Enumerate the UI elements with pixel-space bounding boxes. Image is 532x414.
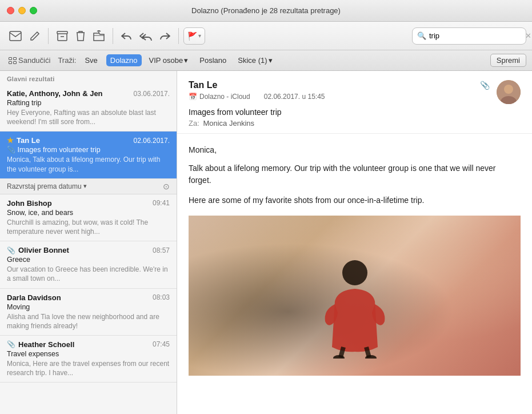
attachment-icon: 📎 xyxy=(7,340,15,348)
filter-skice[interactable]: Skice (1) ▾ xyxy=(235,54,275,66)
filter-bar: Sandučići Traži: Sve Dolazno VIP osobe ▾… xyxy=(0,50,532,71)
star-icon: ★ xyxy=(7,136,14,145)
email-sender: Katie, Anthony, John & Jen xyxy=(7,89,103,98)
email-inline-image xyxy=(189,216,521,376)
mailboxes-label: Sandučići xyxy=(18,56,50,65)
avatar xyxy=(497,80,521,104)
svg-rect-7 xyxy=(14,61,17,63)
archive-icon xyxy=(57,31,68,41)
thread-icon[interactable]: ⊙ xyxy=(163,182,170,191)
email-item-header: John Bishop 09:41 xyxy=(7,199,170,208)
new-message-icon xyxy=(9,31,22,41)
sort-label[interactable]: Razvrstaj prema datumu ▾ xyxy=(7,182,87,190)
move-icon xyxy=(93,30,105,42)
email-subject: Travel expenses xyxy=(7,350,170,358)
compose-icon xyxy=(30,31,40,41)
filter-dolazno[interactable]: Dolazno xyxy=(106,54,142,66)
sort-bar: Razvrstaj prema datumu ▾ ⊙ xyxy=(0,179,177,194)
left-panel: Glavni rezultati Katie, Anthony, John & … xyxy=(0,71,177,414)
svg-point-11 xyxy=(342,260,367,285)
email-paragraph-2: Here are some of my favorite shots from … xyxy=(189,194,521,206)
email-subject: Greece xyxy=(7,256,170,264)
toolbar: 🚩 ▾ 🔍 ✕ xyxy=(0,22,532,50)
email-subject: Rafting trip xyxy=(7,99,170,107)
email-preview: Alisha and Tia love the new neighborhood… xyxy=(7,312,170,331)
filter-sve[interactable]: Sve xyxy=(81,54,101,66)
email-date: 07:45 xyxy=(153,340,170,348)
move-button[interactable] xyxy=(90,28,108,44)
email-timestamp: 02.06.2017. u 15:45 xyxy=(264,93,325,101)
search-input[interactable] xyxy=(429,31,525,40)
svg-point-9 xyxy=(504,85,513,94)
email-sender: John Bishop xyxy=(7,199,52,208)
attachment-icon: 📎 xyxy=(7,146,15,154)
archive-delete-group xyxy=(53,28,108,44)
reply-button[interactable] xyxy=(118,29,135,43)
svg-rect-4 xyxy=(9,57,12,59)
email-date: 09:41 xyxy=(153,199,170,207)
mailbox-name: Dolazno - iCloud xyxy=(199,93,250,101)
email-item-header: Katie, Anthony, John & Jen 03.06.2017. xyxy=(7,89,170,98)
right-panel: Tan Le 📎 📅 Dolazno - iCloud 02.06.2017. … xyxy=(177,71,532,414)
email-preview: Monica, Talk about a lifelong memory. Ou… xyxy=(7,155,170,173)
search-filter-label: Traži: xyxy=(58,56,76,65)
separator-2 xyxy=(113,28,113,44)
email-preview: Monica, Here are the travel expenses fro… xyxy=(7,359,170,377)
search-clear-button[interactable]: ✕ xyxy=(525,31,531,40)
maximize-button[interactable] xyxy=(30,7,37,14)
vip-dropdown-icon: ▾ xyxy=(184,56,188,65)
email-item[interactable]: 📎 Heather Schoell 07:45 Travel expenses … xyxy=(0,336,177,383)
email-date: 03.06.2017. xyxy=(134,90,170,98)
flag-button[interactable]: 🚩 ▾ xyxy=(183,27,205,45)
email-item-selected[interactable]: ★ Tan Le 02.06.2017. 📎 Images from volun… xyxy=(0,132,177,178)
delete-icon xyxy=(76,30,85,42)
filter-vip[interactable]: VIP osobe ▾ xyxy=(146,54,191,66)
mailbox-calendar-icon: 📅 xyxy=(189,93,197,101)
email-item-header: 📎 Olivier Bonnet 08:57 xyxy=(7,246,170,254)
compose-button[interactable] xyxy=(26,29,43,43)
compose-group xyxy=(6,29,43,43)
email-item-header: 📎 Heather Schoell 07:45 xyxy=(7,340,170,349)
mailbox-tag: 📅 Dolazno - iCloud 02.06.2017. u 15:45 xyxy=(189,93,490,101)
email-item[interactable]: Katie, Anthony, John & Jen 03.06.2017. R… xyxy=(0,85,177,132)
email-subject: Snow, ice, and bears xyxy=(7,209,170,217)
email-date: 08:57 xyxy=(153,246,170,254)
archive-button[interactable] xyxy=(53,29,71,43)
reply-group xyxy=(118,29,174,43)
email-item[interactable]: John Bishop 09:41 Snow, ice, and bears C… xyxy=(0,194,177,241)
window-title: Dolazno (Pronađeno je 28 rezultata pretr… xyxy=(191,6,341,15)
new-message-button[interactable] xyxy=(6,29,25,43)
email-date: 08:03 xyxy=(153,293,170,301)
section-header: Glavni rezultati xyxy=(0,71,177,85)
window-controls xyxy=(7,7,37,14)
mailboxes-button[interactable]: Sandučići xyxy=(6,54,53,66)
email-from-name: Tan Le xyxy=(189,80,477,90)
delete-button[interactable] xyxy=(73,28,89,44)
reply-all-button[interactable] xyxy=(136,29,155,43)
email-sender: 📎 Olivier Bonnet xyxy=(7,246,69,254)
svg-rect-1 xyxy=(57,31,67,34)
email-attachment-icon: 📎 xyxy=(480,81,490,90)
flag-icon: 🚩 xyxy=(187,31,197,41)
search-icon: 🔍 xyxy=(417,31,426,40)
email-sender: ★ Tan Le xyxy=(7,136,40,145)
email-date: 02.06.2017. xyxy=(134,137,170,145)
close-button[interactable] xyxy=(7,7,14,14)
save-button[interactable]: Spremi xyxy=(490,54,526,67)
email-preview: Hey Everyone, Rafting was an absolute bl… xyxy=(7,108,170,126)
email-preview: Churchill is amazing, but wow, was it co… xyxy=(7,218,170,236)
forward-button[interactable] xyxy=(157,29,174,43)
email-paragraph-1: Talk about a lifelong memory. Our trip w… xyxy=(189,162,521,186)
reply-icon xyxy=(121,31,131,41)
separator-3 xyxy=(178,28,179,44)
skice-dropdown-icon: ▾ xyxy=(269,56,273,65)
email-sender: Darla Davidson xyxy=(7,293,61,302)
minimize-button[interactable] xyxy=(18,7,26,14)
svg-rect-0 xyxy=(10,31,21,41)
email-salutation: Monica, xyxy=(189,145,521,154)
title-bar: Dolazno (Pronađeno je 28 rezultata pretr… xyxy=(0,0,532,22)
email-subject-line: Images from volunteer trip xyxy=(189,108,521,117)
email-item[interactable]: Darla Davidson 08:03 Moving Alisha and T… xyxy=(0,289,177,336)
filter-poslano[interactable]: Poslano xyxy=(195,54,230,66)
email-item[interactable]: 📎 Olivier Bonnet 08:57 Greece Our vacati… xyxy=(0,241,177,288)
